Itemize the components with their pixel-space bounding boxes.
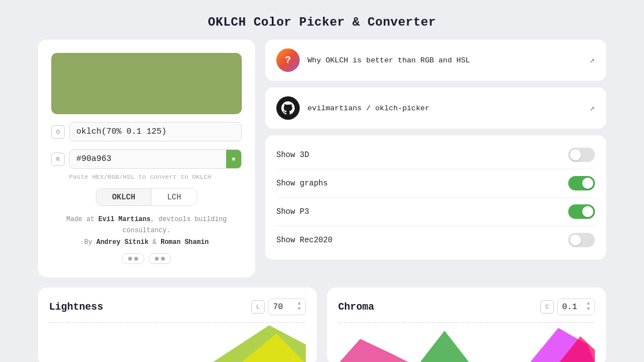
social-icons-row [51, 253, 242, 264]
chroma-chart-svg [338, 322, 595, 362]
why-oklch-text: Why OKLCH is better than RGB and HSL [308, 56, 582, 65]
chroma-header: Chroma C 0.1 ▲ ▼ [338, 299, 595, 315]
toggle-row-0: Show 3D [276, 141, 595, 169]
social-dot-1 [128, 257, 132, 261]
github-card: evilmartians / oklch-picker ↗ [265, 87, 606, 129]
chroma-controls: C 0.1 ▲ ▼ [540, 299, 595, 315]
color-preview [51, 53, 242, 114]
toggle-label-3: Show Rec2020 [276, 236, 333, 244]
lightness-title: Lightness [49, 301, 103, 312]
social-dot-3 [155, 257, 159, 261]
question-avatar: ? [276, 48, 300, 72]
why-oklch-external-link[interactable]: ↗ [589, 55, 595, 66]
toggles-container: Show 3DShow graphsShow P3Show Rec2020 [276, 141, 595, 254]
lightness-input[interactable]: 70 ▲ ▼ [268, 299, 306, 315]
toggle-knob-3 [570, 234, 581, 246]
toggles-card: Show 3DShow graphsShow P3Show Rec2020 [265, 135, 606, 260]
hex-dropdown-button[interactable]: ▾ [226, 150, 241, 168]
github-icon [281, 101, 295, 115]
chevron-down-icon: ▾ [232, 155, 236, 163]
toggle-row-1: Show graphs [276, 169, 595, 198]
why-oklch-card: ? Why OKLCH is better than RGB and HSL ↗ [265, 40, 606, 81]
lightness-controls: L 70 ▲ ▼ [251, 299, 306, 315]
format-tabs: OKLCH LCH [96, 188, 197, 206]
tab-oklch[interactable]: OKLCH [96, 189, 152, 206]
credit-and: & [153, 238, 157, 246]
lightness-chart [49, 322, 306, 362]
credit-roman: Roman Shamin [160, 238, 208, 246]
toggle-knob-2 [582, 206, 593, 217]
social-dot-2 [134, 257, 138, 261]
lightness-spinner[interactable]: ▲ ▼ [298, 301, 301, 312]
chroma-down-arrow: ▼ [587, 307, 590, 312]
oklch-input[interactable] [69, 122, 242, 141]
social-icon-box-2[interactable] [149, 253, 171, 264]
github-text: evilmartians / oklch-picker [308, 104, 582, 112]
right-panel: ? Why OKLCH is better than RGB and HSL ↗… [265, 40, 606, 277]
hex-input[interactable] [70, 150, 226, 168]
credit-andrey: Andrey Sitnik [96, 238, 149, 246]
toggle-switch-2[interactable] [568, 204, 595, 219]
hex-hint: Paste HEX/RGB/HSL to convert to OKLCH [69, 173, 242, 180]
social-dot-4 [161, 257, 165, 261]
lightness-card: Lightness L 70 ▲ ▼ [38, 287, 317, 362]
tab-lch[interactable]: LCH [152, 189, 197, 206]
toggle-knob-0 [570, 149, 581, 160]
lightness-header: Lightness L 70 ▲ ▼ [49, 299, 306, 315]
toggle-label-0: Show 3D [276, 150, 309, 159]
lightness-chart-svg [49, 322, 306, 362]
toggle-label-2: Show P3 [276, 207, 309, 216]
hex-input-row: R ▾ [51, 149, 242, 169]
lightness-badge: L [251, 300, 265, 314]
oklch-badge: O [51, 125, 65, 139]
toggle-knob-1 [582, 178, 593, 189]
oklch-input-row: O [51, 122, 242, 141]
toggle-row-3: Show Rec2020 [276, 226, 595, 254]
chroma-chart [338, 322, 595, 362]
page-title: OKLCH Color Picker & Converter [208, 16, 436, 30]
toggle-switch-0[interactable] [568, 148, 595, 162]
credit-text: Made at Evil Martians, devtools building… [51, 214, 242, 248]
lightness-down-arrow: ▼ [298, 307, 301, 312]
svg-marker-5 [419, 331, 470, 362]
toggle-row-2: Show P3 [276, 198, 595, 226]
toggle-switch-1[interactable] [568, 176, 595, 190]
social-icon-box-1[interactable] [122, 253, 144, 264]
question-mark: ? [285, 55, 291, 66]
svg-marker-4 [338, 339, 412, 362]
github-avatar [276, 96, 300, 120]
github-external-link[interactable]: ↗ [589, 102, 595, 114]
chroma-spinner[interactable]: ▲ ▼ [587, 301, 590, 312]
credit-evil-martians: Evil Martians [99, 216, 151, 223]
chroma-card: Chroma C 0.1 ▲ ▼ [327, 287, 606, 362]
toggle-label-1: Show graphs [276, 179, 328, 188]
hex-input-wrapper: ▾ [69, 149, 242, 169]
chroma-input[interactable]: 0.1 ▲ ▼ [557, 299, 595, 315]
credit-line1: Made at [66, 216, 94, 223]
chroma-badge: C [540, 300, 554, 314]
chroma-value: 0.1 [562, 302, 577, 312]
toggle-switch-3[interactable] [568, 233, 595, 247]
chroma-title: Chroma [338, 301, 374, 312]
credit-by: By [84, 238, 92, 246]
lightness-value: 70 [273, 302, 283, 312]
left-panel: O R ▾ Paste HEX/RGB/HSL to convert to OK… [38, 40, 255, 277]
hex-badge: R [51, 153, 65, 166]
